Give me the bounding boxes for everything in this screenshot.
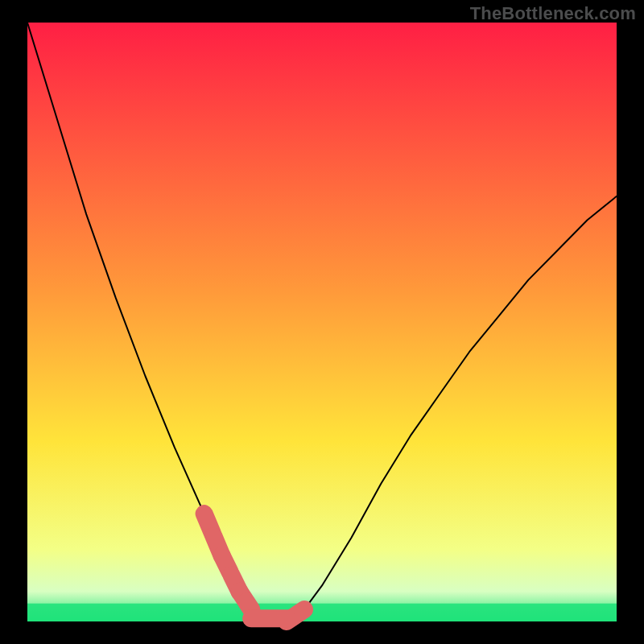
- green-band: [27, 604, 617, 621]
- chart-frame: TheBottleneck.com: [0, 0, 644, 644]
- watermark-text: TheBottleneck.com: [470, 3, 636, 24]
- plot-background: [27, 23, 617, 621]
- chart-svg: [0, 0, 644, 644]
